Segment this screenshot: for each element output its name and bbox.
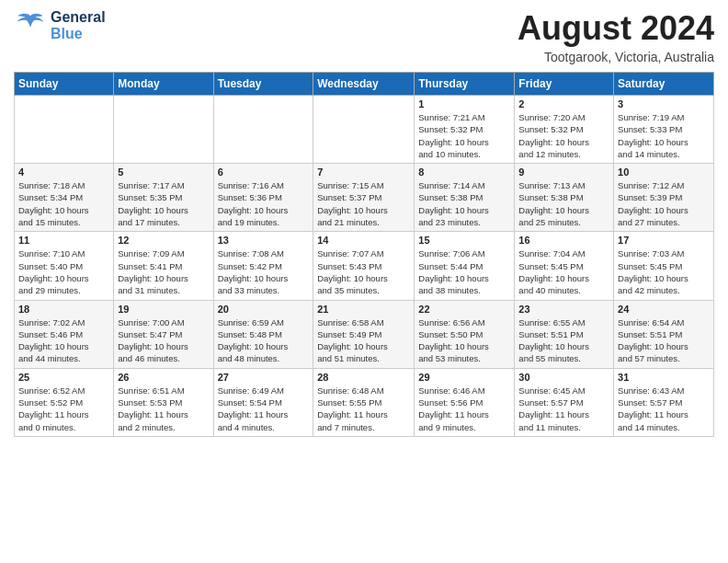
day-info: Sunrise: 7:03 AM Sunset: 5:45 PM Dayligh…	[618, 247, 710, 296]
day-info: Sunrise: 7:00 AM Sunset: 5:47 PM Dayligh…	[118, 316, 209, 365]
day-number: 11	[18, 235, 109, 246]
header-monday: Monday	[114, 73, 213, 96]
day-number: 14	[317, 235, 410, 246]
calendar-week-3: 11Sunrise: 7:10 AM Sunset: 5:40 PM Dayli…	[15, 232, 714, 300]
day-info: Sunrise: 7:08 AM Sunset: 5:42 PM Dayligh…	[218, 247, 310, 296]
calendar-cell-2-7: 10Sunrise: 7:12 AM Sunset: 5:39 PM Dayli…	[614, 164, 714, 232]
day-number: 17	[618, 235, 710, 246]
day-number: 4	[18, 167, 109, 178]
day-info: Sunrise: 7:10 AM Sunset: 5:40 PM Dayligh…	[18, 247, 109, 296]
day-info: Sunrise: 7:07 AM Sunset: 5:43 PM Dayligh…	[317, 247, 410, 296]
day-info: Sunrise: 6:43 AM Sunset: 5:57 PM Dayligh…	[618, 385, 710, 433]
calendar-table: Sunday Monday Tuesday Wednesday Thursday…	[14, 72, 714, 437]
day-number: 28	[317, 372, 410, 383]
day-number: 18	[18, 304, 109, 315]
calendar-cell-1-2	[114, 96, 213, 164]
calendar-cell-4-6: 23Sunrise: 6:55 AM Sunset: 5:51 PM Dayli…	[515, 300, 614, 368]
day-number: 19	[118, 304, 209, 315]
day-info: Sunrise: 7:04 AM Sunset: 5:45 PM Dayligh…	[518, 247, 609, 296]
day-info: Sunrise: 7:16 AM Sunset: 5:36 PM Dayligh…	[218, 179, 310, 228]
calendar-cell-3-6: 16Sunrise: 7:04 AM Sunset: 5:45 PM Dayli…	[515, 232, 614, 300]
calendar-cell-3-7: 17Sunrise: 7:03 AM Sunset: 5:45 PM Dayli…	[614, 232, 714, 300]
day-info: Sunrise: 7:09 AM Sunset: 5:41 PM Dayligh…	[118, 247, 209, 296]
day-info: Sunrise: 7:20 AM Sunset: 5:32 PM Dayligh…	[518, 111, 609, 160]
calendar-cell-4-3: 20Sunrise: 6:59 AM Sunset: 5:48 PM Dayli…	[213, 300, 313, 368]
day-number: 2	[518, 98, 609, 109]
calendar-cell-4-7: 24Sunrise: 6:54 AM Sunset: 5:51 PM Dayli…	[614, 300, 714, 368]
day-number: 7	[317, 167, 410, 178]
day-number: 22	[418, 304, 510, 315]
day-info: Sunrise: 6:54 AM Sunset: 5:51 PM Dayligh…	[618, 316, 710, 365]
calendar-cell-1-6: 2Sunrise: 7:20 AM Sunset: 5:32 PM Daylig…	[515, 96, 614, 164]
day-info: Sunrise: 6:55 AM Sunset: 5:51 PM Dayligh…	[518, 316, 609, 365]
calendar-cell-3-2: 12Sunrise: 7:09 AM Sunset: 5:41 PM Dayli…	[114, 232, 213, 300]
calendar-week-5: 25Sunrise: 6:52 AM Sunset: 5:52 PM Dayli…	[15, 368, 714, 436]
day-number: 15	[418, 235, 510, 246]
header-wednesday: Wednesday	[313, 73, 415, 96]
calendar-cell-2-4: 7Sunrise: 7:15 AM Sunset: 5:37 PM Daylig…	[313, 164, 415, 232]
calendar-cell-2-1: 4Sunrise: 7:18 AM Sunset: 5:34 PM Daylig…	[15, 164, 114, 232]
day-info: Sunrise: 7:12 AM Sunset: 5:39 PM Dayligh…	[618, 179, 710, 228]
calendar-cell-3-4: 14Sunrise: 7:07 AM Sunset: 5:43 PM Dayli…	[313, 232, 415, 300]
day-number: 9	[518, 167, 609, 178]
logo-general-text: General	[51, 9, 106, 26]
header-thursday: Thursday	[415, 73, 515, 96]
day-number: 20	[218, 304, 310, 315]
day-info: Sunrise: 7:15 AM Sunset: 5:37 PM Dayligh…	[317, 179, 410, 228]
calendar-week-2: 4Sunrise: 7:18 AM Sunset: 5:34 PM Daylig…	[15, 164, 714, 232]
calendar-cell-2-6: 9Sunrise: 7:13 AM Sunset: 5:38 PM Daylig…	[515, 164, 614, 232]
day-info: Sunrise: 6:45 AM Sunset: 5:57 PM Dayligh…	[518, 385, 609, 433]
day-info: Sunrise: 7:21 AM Sunset: 5:32 PM Dayligh…	[418, 111, 510, 160]
day-info: Sunrise: 6:52 AM Sunset: 5:52 PM Dayligh…	[18, 385, 109, 433]
calendar-cell-4-4: 21Sunrise: 6:58 AM Sunset: 5:49 PM Dayli…	[313, 300, 415, 368]
day-number: 12	[118, 235, 209, 246]
calendar-cell-1-3	[213, 96, 313, 164]
day-info: Sunrise: 6:59 AM Sunset: 5:48 PM Dayligh…	[218, 316, 310, 365]
calendar-header-row: Sunday Monday Tuesday Wednesday Thursday…	[15, 73, 714, 96]
location-text: Tootgarook, Victoria, Australia	[518, 50, 714, 64]
day-info: Sunrise: 6:48 AM Sunset: 5:55 PM Dayligh…	[317, 385, 410, 433]
calendar-cell-1-5: 1Sunrise: 7:21 AM Sunset: 5:32 PM Daylig…	[415, 96, 515, 164]
calendar-cell-2-2: 5Sunrise: 7:17 AM Sunset: 5:35 PM Daylig…	[114, 164, 213, 232]
day-number: 25	[18, 372, 109, 383]
day-info: Sunrise: 7:18 AM Sunset: 5:34 PM Dayligh…	[18, 179, 109, 228]
calendar-cell-4-2: 19Sunrise: 7:00 AM Sunset: 5:47 PM Dayli…	[114, 300, 213, 368]
day-number: 13	[218, 235, 310, 246]
day-number: 31	[618, 372, 710, 383]
calendar-cell-1-7: 3Sunrise: 7:19 AM Sunset: 5:33 PM Daylig…	[614, 96, 714, 164]
calendar-cell-5-6: 30Sunrise: 6:45 AM Sunset: 5:57 PM Dayli…	[515, 368, 614, 436]
title-block: August 2024 Tootgarook, Victoria, Austra…	[518, 9, 714, 64]
calendar-cell-2-3: 6Sunrise: 7:16 AM Sunset: 5:36 PM Daylig…	[213, 164, 313, 232]
day-info: Sunrise: 7:13 AM Sunset: 5:38 PM Dayligh…	[518, 179, 609, 228]
calendar-cell-5-3: 27Sunrise: 6:49 AM Sunset: 5:54 PM Dayli…	[213, 368, 313, 436]
calendar-cell-4-1: 18Sunrise: 7:02 AM Sunset: 5:46 PM Dayli…	[15, 300, 114, 368]
day-number: 1	[418, 98, 510, 109]
logo-icon	[14, 9, 47, 42]
day-info: Sunrise: 6:56 AM Sunset: 5:50 PM Dayligh…	[418, 316, 510, 365]
day-number: 26	[118, 372, 209, 383]
calendar-cell-5-2: 26Sunrise: 6:51 AM Sunset: 5:53 PM Dayli…	[114, 368, 213, 436]
day-info: Sunrise: 6:58 AM Sunset: 5:49 PM Dayligh…	[317, 316, 410, 365]
day-number: 10	[618, 167, 710, 178]
logo-blue-text: Blue	[51, 26, 106, 42]
day-number: 27	[218, 372, 310, 383]
day-info: Sunrise: 7:17 AM Sunset: 5:35 PM Dayligh…	[118, 179, 209, 228]
day-number: 30	[518, 372, 609, 383]
calendar-cell-3-1: 11Sunrise: 7:10 AM Sunset: 5:40 PM Dayli…	[15, 232, 114, 300]
calendar-cell-3-5: 15Sunrise: 7:06 AM Sunset: 5:44 PM Dayli…	[415, 232, 515, 300]
day-number: 3	[618, 98, 710, 109]
day-number: 5	[118, 167, 209, 178]
day-info: Sunrise: 7:02 AM Sunset: 5:46 PM Dayligh…	[18, 316, 109, 365]
day-number: 24	[618, 304, 710, 315]
calendar-cell-2-5: 8Sunrise: 7:14 AM Sunset: 5:38 PM Daylig…	[415, 164, 515, 232]
calendar-cell-5-4: 28Sunrise: 6:48 AM Sunset: 5:55 PM Dayli…	[313, 368, 415, 436]
header-friday: Friday	[515, 73, 614, 96]
calendar-cell-3-3: 13Sunrise: 7:08 AM Sunset: 5:42 PM Dayli…	[213, 232, 313, 300]
header-sunday: Sunday	[15, 73, 114, 96]
day-number: 23	[518, 304, 609, 315]
calendar-cell-5-1: 25Sunrise: 6:52 AM Sunset: 5:52 PM Dayli…	[15, 368, 114, 436]
calendar-cell-4-5: 22Sunrise: 6:56 AM Sunset: 5:50 PM Dayli…	[415, 300, 515, 368]
day-number: 16	[518, 235, 609, 246]
calendar-cell-5-7: 31Sunrise: 6:43 AM Sunset: 5:57 PM Dayli…	[614, 368, 714, 436]
calendar-week-4: 18Sunrise: 7:02 AM Sunset: 5:46 PM Dayli…	[15, 300, 714, 368]
